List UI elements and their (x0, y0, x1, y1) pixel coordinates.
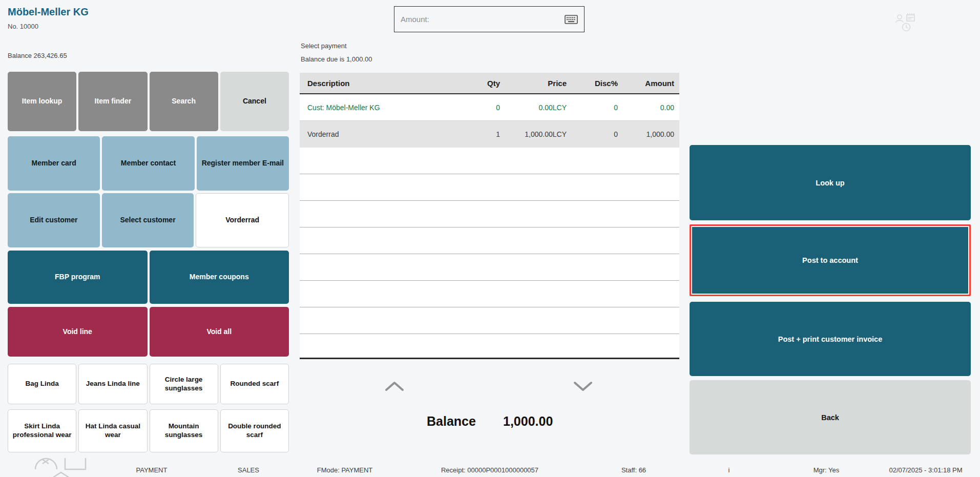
table-empty-row (300, 254, 679, 281)
customer-number: No. 10000 (8, 23, 289, 30)
register-member-email-button[interactable]: Register member E-mail (197, 136, 289, 191)
chevron-up-icon (384, 381, 405, 392)
balance-total-value: 1,000.00 (503, 414, 553, 429)
amount-field-container (394, 6, 585, 32)
column-header-qty: Qty (449, 79, 505, 88)
decorative-shapes-icon (28, 455, 95, 477)
function-button-grid: Item lookup Item finder Search Cancel Me… (8, 72, 289, 452)
person-schedule-clock-icon (893, 12, 923, 33)
item-finder-button[interactable]: Item finder (78, 72, 147, 131)
item-hat-linda-button[interactable]: Hat Linda casual wear (78, 409, 147, 452)
item-lookup-button[interactable]: Item lookup (8, 72, 76, 131)
item-rounded-scarf-button[interactable]: Rounded scarf (220, 364, 289, 404)
item-mountain-sunglasses-button[interactable]: Mountain sunglasses (150, 409, 218, 452)
customer-balance: Balance 263,426.65 (8, 52, 289, 59)
pos-payment-screen: { "header": { "customer_name": "Möbel-Me… (0, 0, 980, 477)
status-receipt-no: Receipt: 00000P0001000000057 (441, 466, 538, 474)
back-button[interactable]: Back (690, 380, 971, 454)
receipt-journal-table: Description Qty Price Disc% Amount Cust:… (300, 73, 679, 359)
keyboard-icon[interactable] (565, 15, 578, 24)
table-empty-row (300, 281, 679, 307)
select-payment-label: Select payment (301, 42, 347, 50)
item-skirt-linda-button[interactable]: Skirt Linda professional wear (8, 409, 76, 452)
member-card-button[interactable]: Member card (8, 136, 100, 191)
table-empty-row (300, 307, 679, 334)
void-all-button[interactable]: Void all (150, 307, 289, 357)
table-row-customer[interactable]: Cust: Möbel-Meller KG 0 0.00LCY 0 0.00 (300, 94, 679, 121)
balance-due-label: Balance due is 1,000.00 (301, 55, 372, 63)
cell-disc: 0 (572, 103, 623, 112)
amount-input[interactable] (401, 15, 560, 24)
status-fmode: FMode: PAYMENT (317, 466, 373, 474)
customer-name: Möbel-Meller KG (8, 6, 289, 18)
status-datetime: 02/07/2025 - 3:01:18 PM (889, 466, 962, 474)
cell-qty: 1 (449, 130, 505, 138)
balance-total-label: Balance (427, 414, 476, 429)
table-empty-row (300, 174, 679, 201)
column-header-description: Description (300, 79, 449, 88)
table-header-row: Description Qty Price Disc% Amount (300, 73, 679, 94)
vorderrad-button[interactable]: Vorderrad (196, 193, 289, 247)
status-manager-flag: Mgr: Yes (814, 466, 840, 474)
cell-amount: 1,000.00 (623, 130, 679, 138)
member-coupons-button[interactable]: Member coupons (150, 251, 289, 304)
table-empty-row (300, 334, 679, 358)
right-panel: Look up Post to account Post + print cus… (690, 145, 971, 454)
status-sales-mode: SALES (238, 466, 259, 474)
cell-amount: 0.00 (623, 103, 679, 112)
table-empty-row (300, 148, 679, 174)
cell-price: 1,000.00LCY (505, 130, 572, 138)
cell-disc: 0 (572, 130, 623, 138)
item-double-rounded-scarf-button[interactable]: Double rounded scarf (220, 409, 289, 452)
item-circle-large-sunglasses-button[interactable]: Circle large sunglasses (150, 364, 218, 404)
table-row-item-selected[interactable]: Vorderrad 1 1,000.00LCY 0 1,000.00 (300, 121, 679, 148)
member-contact-button[interactable]: Member contact (102, 136, 194, 191)
cancel-button[interactable]: Cancel (220, 72, 289, 131)
left-panel: Möbel-Meller KG No. 10000 Balance 263,42… (8, 0, 289, 452)
table-empty-row (300, 227, 679, 254)
item-jeans-linda-line-button[interactable]: Jeans Linda line (78, 364, 147, 404)
column-header-price: Price (505, 79, 572, 88)
status-payment-mode: PAYMENT (136, 466, 168, 474)
column-header-disc: Disc% (572, 79, 623, 88)
status-staff-id: Staff: 66 (621, 466, 646, 474)
look-up-button[interactable]: Look up (690, 145, 971, 220)
scroll-up-button[interactable] (381, 378, 408, 396)
center-panel: Select payment Balance due is 1,000.00 D… (300, 0, 679, 477)
cell-description: Cust: Möbel-Meller KG (300, 103, 449, 112)
cell-price: 0.00LCY (505, 103, 572, 112)
chevron-down-icon (573, 381, 593, 392)
table-empty-row (300, 201, 679, 227)
edit-customer-button[interactable]: Edit customer (8, 193, 100, 247)
status-bar: PAYMENT SALES FMode: PAYMENT Receipt: 00… (0, 463, 980, 477)
cell-qty: 0 (449, 103, 505, 112)
cell-description: Vorderrad (300, 130, 449, 138)
status-info-indicator: i (728, 466, 730, 474)
column-header-amount: Amount (623, 79, 679, 88)
item-bag-linda-button[interactable]: Bag Linda (8, 364, 76, 404)
post-to-account-button[interactable]: Post to account (690, 224, 971, 296)
select-customer-button[interactable]: Select customer (102, 193, 194, 247)
search-button[interactable]: Search (150, 72, 218, 131)
void-line-button[interactable]: Void line (8, 307, 148, 357)
scroll-down-button[interactable] (570, 378, 596, 396)
fbp-program-button[interactable]: FBP program (8, 251, 148, 304)
post-print-invoice-button[interactable]: Post + print customer invoice (690, 302, 971, 376)
